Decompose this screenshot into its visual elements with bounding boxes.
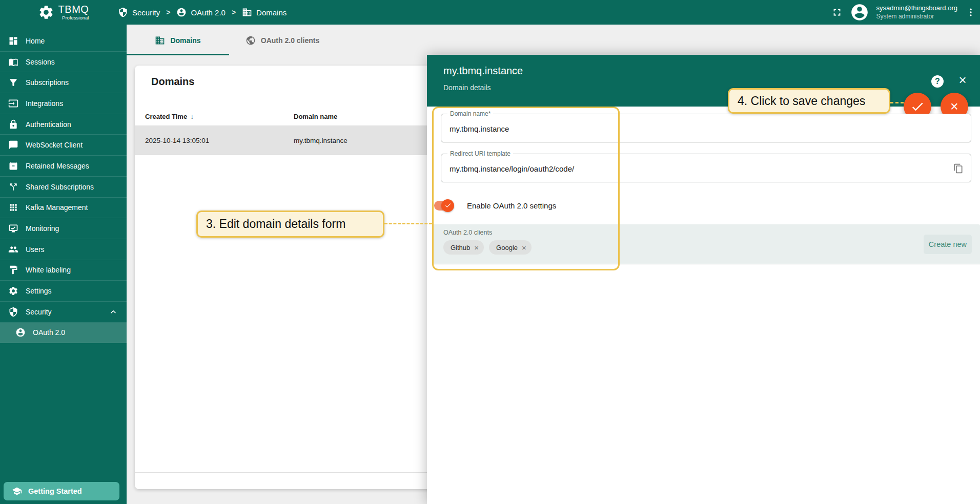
sort-desc-icon[interactable]: ↓ — [190, 112, 194, 120]
redirect-uri-input[interactable]: my.tbmq.instance/login/oauth2/code/ — [450, 154, 574, 183]
sidebar-item-sessions[interactable]: Sessions — [0, 52, 127, 73]
top-bar-right: sysadmin@thingsboard.org System administ… — [831, 0, 976, 25]
sidebar-item-security[interactable]: Security — [0, 302, 127, 323]
toggle-check-icon — [441, 199, 454, 212]
getting-started-button[interactable]: Getting Started — [4, 482, 119, 500]
annotation-step3: 3. Edit domain details form — [196, 211, 384, 238]
sidebar-item-white-labeling[interactable]: White labeling — [0, 260, 127, 281]
brand-logo[interactable]: TBMQ Professional — [0, 0, 127, 25]
sidebar-item-kafka-management[interactable]: Kafka Management — [0, 198, 127, 219]
fullscreen-button[interactable] — [831, 7, 843, 18]
tab-oauth-clients[interactable]: OAuth 2.0 clients — [229, 25, 336, 56]
brand-name: TBMQ — [58, 4, 89, 14]
breadcrumb-separator: > — [232, 8, 236, 16]
filter-icon — [8, 77, 18, 88]
domain-name-field[interactable]: Domain name* my.tbmq.instance — [441, 114, 971, 142]
breadcrumb-security[interactable]: Security — [118, 7, 160, 17]
sidebar-item-websocket-client[interactable]: WebSocket Client — [0, 135, 127, 156]
drawer-header: my.tbmq.instance Domain details ? × — [427, 55, 980, 107]
cell-domain-name: my.tbmq.instance — [294, 126, 348, 155]
tbmq-app: TBMQ Professional Security > OAuth 2.0 >… — [0, 0, 980, 504]
input-icon — [8, 98, 18, 109]
chip-github[interactable]: Github × — [443, 240, 484, 255]
sidebar-item-oauth2[interactable]: OAuth 2.0 — [0, 323, 127, 344]
top-bar: TBMQ Professional Security > OAuth 2.0 >… — [0, 0, 980, 25]
copy-button[interactable] — [951, 161, 966, 176]
sidebar-item-integrations[interactable]: Integrations — [0, 93, 127, 114]
cell-created-time: 2025-10-14 13:05:01 — [145, 126, 209, 155]
sidebar-item-settings[interactable]: Settings — [0, 281, 127, 302]
page-title: Domains — [151, 76, 194, 88]
shield-icon — [118, 7, 128, 17]
domain-icon — [242, 7, 252, 17]
user-info: sysadmin@thingsboard.org System administ… — [876, 4, 957, 20]
tab-domains[interactable]: Domains — [127, 25, 229, 56]
oauth-clients-chips: Github × Google × — [443, 240, 532, 255]
more-menu-button[interactable] — [966, 7, 976, 17]
chip-remove-icon[interactable]: × — [522, 243, 526, 252]
user-role: System administrator — [876, 13, 957, 20]
sidebar-item-subscriptions[interactable]: Subscriptions — [0, 72, 127, 93]
gear-icon — [8, 286, 18, 296]
sidebar-item-users[interactable]: Users — [0, 239, 127, 260]
split-arrow-icon — [8, 182, 18, 192]
book-icon — [8, 57, 18, 67]
chip-label: Github — [451, 244, 470, 251]
oauth-clients-label: OAuth 2.0 clients — [443, 229, 492, 236]
enable-oauth-toggle[interactable] — [434, 201, 453, 211]
tab-bar: Domains OAuth 2.0 clients — [127, 25, 980, 56]
toggle-label[interactable]: Enable OAuth 2.0 settings — [467, 201, 556, 210]
tbmq-logo-icon — [38, 4, 54, 20]
sidebar-item-authentication[interactable]: Authentication — [0, 114, 127, 135]
active-tab-underline — [127, 54, 229, 55]
brand-tagline: Professional — [62, 15, 89, 20]
breadcrumb: Security > OAuth 2.0 > Domains — [118, 0, 287, 25]
chip-remove-icon[interactable]: × — [474, 243, 479, 252]
more-vert-icon — [966, 7, 976, 17]
column-header-created-time[interactable]: Created Time ↓ — [145, 107, 194, 126]
globe-icon — [246, 35, 256, 46]
enable-oauth-toggle-row: Enable OAuth 2.0 settings — [434, 198, 556, 213]
user-email: sysadmin@thingsboard.org — [876, 4, 957, 12]
close-icon: × — [950, 100, 958, 114]
breadcrumb-label: Security — [132, 8, 160, 17]
close-icon: × — [958, 72, 966, 88]
annotation-step4-connector — [890, 102, 904, 103]
breadcrumb-label: Domains — [256, 8, 287, 17]
apps-grid-icon — [8, 202, 18, 213]
chip-label: Google — [496, 244, 518, 251]
tab-label: OAuth 2.0 clients — [261, 36, 319, 45]
account-circle-icon — [15, 327, 26, 338]
check-icon — [910, 99, 925, 114]
sidebar-item-retained-messages[interactable]: Retained Messages — [0, 156, 127, 177]
chat-icon — [8, 140, 18, 150]
redirect-uri-field[interactable]: Redirect URI template my.tbmq.instance/l… — [441, 154, 971, 182]
lock-icon — [8, 119, 18, 130]
tab-label: Domains — [170, 36, 200, 45]
column-header-domain-name[interactable]: Domain name — [294, 107, 337, 126]
oauth-clients-section: OAuth 2.0 clients Github × Google × Crea… — [432, 224, 980, 264]
domain-name-input[interactable]: my.tbmq.instance — [450, 114, 509, 143]
breadcrumb-oauth[interactable]: OAuth 2.0 — [176, 7, 226, 17]
breadcrumb-separator: > — [166, 8, 170, 16]
chevron-up-icon — [108, 307, 118, 317]
create-new-button[interactable]: Create new — [924, 235, 972, 254]
avatar[interactable] — [850, 3, 869, 22]
monitor-icon — [8, 223, 18, 234]
users-icon — [8, 244, 18, 255]
fullscreen-icon — [831, 7, 843, 18]
chip-google[interactable]: Google × — [489, 240, 532, 255]
annotation-step3-connector — [384, 223, 432, 224]
sidebar-item-monitoring[interactable]: Monitoring — [0, 218, 127, 239]
help-icon: ? — [935, 77, 940, 86]
paint-icon — [8, 265, 18, 275]
dashboard-icon — [8, 36, 18, 46]
breadcrumb-domains[interactable]: Domains — [242, 7, 287, 17]
drawer-title: my.tbmq.instance — [443, 65, 523, 77]
sidebar-item-shared-subscriptions[interactable]: Shared Subscriptions — [0, 177, 127, 198]
copy-icon — [953, 163, 964, 174]
sidebar-item-home[interactable]: Home — [0, 31, 127, 52]
drawer-close-button[interactable]: × — [955, 72, 970, 88]
breadcrumb-label: OAuth 2.0 — [191, 8, 226, 17]
help-button[interactable]: ? — [931, 75, 944, 88]
